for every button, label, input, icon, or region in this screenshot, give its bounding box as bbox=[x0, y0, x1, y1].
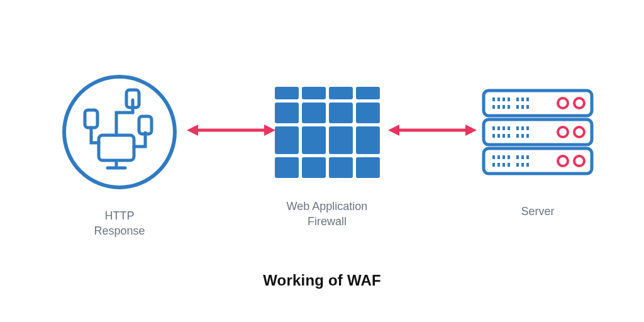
svg-rect-31 bbox=[497, 97, 500, 101]
svg-rect-69 bbox=[497, 163, 500, 167]
svg-rect-74 bbox=[526, 155, 529, 159]
network-circle-icon bbox=[60, 72, 179, 194]
arrow-waf-server bbox=[387, 121, 478, 142]
svg-rect-59 bbox=[521, 134, 524, 138]
svg-rect-32 bbox=[502, 97, 505, 101]
svg-rect-15 bbox=[302, 103, 326, 123]
svg-rect-10 bbox=[275, 87, 299, 99]
firewall-grid-icon bbox=[274, 82, 380, 185]
svg-point-44 bbox=[558, 98, 568, 108]
svg-rect-30 bbox=[492, 97, 495, 101]
svg-rect-13 bbox=[356, 87, 380, 99]
svg-rect-68 bbox=[492, 163, 495, 167]
svg-rect-33 bbox=[508, 97, 510, 101]
svg-rect-20 bbox=[329, 126, 353, 154]
svg-rect-66 bbox=[502, 155, 505, 159]
svg-rect-67 bbox=[508, 155, 510, 159]
svg-marker-28 bbox=[465, 125, 477, 136]
svg-rect-21 bbox=[356, 126, 380, 154]
arrow-client-waf bbox=[186, 121, 277, 142]
node-server-label: Server bbox=[521, 204, 554, 219]
svg-rect-46 bbox=[484, 119, 592, 145]
svg-rect-55 bbox=[516, 126, 519, 130]
svg-rect-63 bbox=[484, 148, 592, 174]
svg-rect-40 bbox=[526, 97, 529, 101]
svg-rect-48 bbox=[497, 126, 500, 130]
svg-rect-58 bbox=[516, 134, 519, 138]
svg-rect-70 bbox=[502, 163, 505, 167]
svg-point-45 bbox=[574, 98, 584, 108]
svg-rect-34 bbox=[492, 105, 495, 109]
svg-point-0 bbox=[64, 77, 175, 187]
svg-rect-71 bbox=[508, 163, 510, 167]
svg-rect-53 bbox=[502, 134, 505, 138]
svg-rect-12 bbox=[329, 87, 353, 99]
svg-rect-25 bbox=[356, 157, 380, 178]
svg-rect-19 bbox=[302, 126, 326, 154]
svg-marker-8 bbox=[187, 125, 198, 136]
svg-rect-73 bbox=[521, 155, 524, 159]
svg-rect-72 bbox=[516, 155, 519, 159]
svg-rect-11 bbox=[302, 87, 326, 99]
svg-rect-39 bbox=[521, 97, 524, 101]
svg-rect-51 bbox=[492, 134, 495, 138]
svg-rect-77 bbox=[526, 163, 529, 167]
svg-rect-14 bbox=[275, 103, 299, 123]
node-waf-label: Web Application Firewall bbox=[287, 199, 368, 230]
node-waf: Web Application Firewall bbox=[270, 82, 384, 230]
node-client: HTTP Response bbox=[50, 72, 189, 239]
svg-point-78 bbox=[558, 156, 568, 166]
svg-rect-54 bbox=[508, 134, 510, 138]
server-rack-icon bbox=[481, 88, 594, 179]
svg-rect-65 bbox=[497, 155, 500, 159]
svg-rect-23 bbox=[302, 157, 326, 178]
svg-rect-16 bbox=[329, 103, 353, 123]
node-server: Server bbox=[478, 88, 597, 219]
svg-rect-1 bbox=[99, 135, 134, 160]
svg-rect-22 bbox=[275, 157, 299, 178]
svg-rect-42 bbox=[521, 105, 524, 109]
svg-point-61 bbox=[558, 127, 568, 137]
svg-rect-35 bbox=[497, 105, 500, 109]
svg-rect-24 bbox=[329, 157, 353, 178]
svg-rect-64 bbox=[492, 155, 495, 159]
svg-rect-29 bbox=[484, 91, 592, 116]
node-client-label: HTTP Response bbox=[94, 208, 145, 239]
svg-rect-37 bbox=[508, 105, 510, 109]
svg-rect-18 bbox=[275, 126, 299, 154]
svg-rect-76 bbox=[521, 163, 524, 167]
svg-rect-56 bbox=[521, 126, 524, 130]
diagram-canvas: HTTP Response bbox=[0, 0, 644, 322]
svg-point-62 bbox=[574, 127, 584, 137]
svg-rect-41 bbox=[516, 105, 519, 109]
svg-rect-57 bbox=[526, 126, 529, 130]
svg-rect-43 bbox=[526, 105, 529, 109]
svg-point-79 bbox=[574, 156, 584, 166]
svg-rect-17 bbox=[356, 103, 380, 123]
svg-rect-49 bbox=[502, 126, 505, 130]
svg-rect-50 bbox=[508, 126, 510, 130]
svg-rect-5 bbox=[85, 110, 97, 128]
svg-rect-38 bbox=[516, 97, 519, 101]
svg-rect-36 bbox=[502, 105, 505, 109]
svg-rect-60 bbox=[526, 134, 529, 138]
svg-rect-47 bbox=[492, 126, 495, 130]
svg-rect-52 bbox=[497, 134, 500, 138]
diagram-title: Working of WAF bbox=[0, 272, 644, 289]
svg-marker-27 bbox=[388, 125, 399, 136]
svg-rect-75 bbox=[516, 163, 519, 167]
